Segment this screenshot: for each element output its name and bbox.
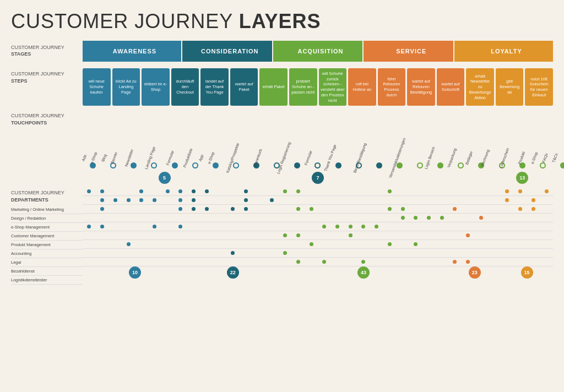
dept-name-0: Marketing / Online Marketing: [11, 205, 83, 214]
dept-cell-0-7: [174, 189, 187, 193]
tp-dot-9: [267, 162, 287, 168]
dept-cell-2-34: [527, 207, 540, 211]
stage-acquisition: ACQUISITION: [273, 41, 363, 62]
dept-dots-row-7: [83, 249, 553, 258]
stage-loyalty: LOYALTY: [454, 41, 553, 62]
steps-grid: will neue Schuhe kaufenklickt Ad zu Land…: [83, 68, 553, 106]
dept-cell-5-16: [292, 233, 305, 237]
tp-label-0: Ads: [83, 155, 89, 160]
dept-cell-3-26: [422, 216, 436, 220]
departments-label: CUSTOMER JOURNEY DEPARTMENTS Marketing /…: [11, 187, 83, 297]
dept-cell-3-24: [396, 216, 409, 220]
tp-label-26: Sprachcomputer: [561, 155, 564, 160]
dept-cell-1-34: [527, 198, 540, 202]
tp-labels-row: Adse-ShopBlogBannerNewsletterLanding Pag…: [83, 110, 564, 160]
stage-loyalty-label: LOYALTY: [485, 48, 522, 55]
dept-cell-8-16: [292, 260, 305, 264]
dept-cell-0-0: [83, 189, 96, 193]
step-card-6: erhält Paket: [259, 68, 288, 106]
dept-cell-0-23: [383, 189, 397, 193]
stage-service: SERVICE: [364, 41, 453, 62]
dept-cell-0-9: [200, 189, 213, 193]
tp-label-14: Thank You Page: [318, 155, 346, 160]
tp-label-11: Warenkorb: [250, 155, 269, 160]
tp-dot-12: [328, 162, 349, 168]
dept-cell-4-18: [318, 225, 331, 228]
tp-label-1: e-Shop: [89, 155, 102, 160]
stage-awareness: AWARENESS: [83, 41, 181, 62]
dept-cell-0-33: [514, 189, 527, 193]
dept-cell-1-5: [148, 198, 161, 202]
touchpoints-area: Adse-ShopBlogBannerNewsletterLanding Pag…: [83, 110, 564, 184]
dept-dots-row-8: [83, 258, 553, 266]
dept-cell-1-14: [265, 198, 279, 202]
dept-count-awareness: 10: [83, 266, 187, 279]
stages-label: CUSTOMER JOURNEY STAGES: [11, 45, 83, 57]
tp-label-7: Produktliste: [180, 155, 200, 160]
stages-arrows: AWARENESS CONSIDERATION ACQUISITION SERV…: [83, 41, 553, 62]
step-card-2: stöbert im e-Shop: [142, 68, 170, 106]
tp-label-22: Produkt: [517, 155, 530, 160]
step-card-9: ruft bei Hotline an: [348, 68, 376, 106]
touchpoints-section: CUSTOMER JOURNEY TOUCHPOINTS Adse-ShopBl…: [11, 110, 553, 184]
dept-cell-2-11: [226, 207, 240, 211]
dept-cell-1-12: [240, 198, 253, 202]
dept-cell-2-8: [187, 207, 200, 211]
dept-cell-8-21: [357, 260, 370, 264]
tp-label-12: Login Registrierung: [269, 155, 302, 160]
dept-cell-2-7: [174, 207, 187, 211]
dept-cell-4-1: [96, 225, 109, 228]
dept-cell-4-7: [174, 225, 187, 228]
tp-count-row: 571394: [83, 172, 564, 184]
dept-dots-row-5: [83, 231, 553, 240]
dept-dots-row-6: [83, 240, 553, 249]
dept-cell-8-28: [448, 260, 462, 264]
step-card-12: wartet auf Gutschrift: [437, 68, 465, 106]
dept-cell-8-18: [318, 260, 331, 264]
dept-count-badge-loyalty: 15: [521, 266, 533, 279]
dept-cell-4-22: [370, 225, 383, 228]
dept-cell-2-12: [240, 207, 253, 211]
dept-count-consideration: 22: [187, 266, 279, 279]
dept-cell-4-0: [83, 225, 96, 228]
dept-cell-2-17: [305, 207, 318, 211]
tp-label-3: Banner: [110, 155, 122, 160]
step-card-0: will neue Schuhe kaufen: [83, 68, 111, 106]
dept-cell-6-25: [409, 242, 422, 246]
tp-count-consideration: 7: [246, 172, 389, 184]
dept-name-2: e-Shop Management: [11, 223, 83, 232]
dept-cell-5-29: [462, 233, 475, 237]
dept-count-acquisition: 43: [279, 266, 448, 279]
dept-dots-row-1: [83, 196, 553, 205]
dept-name-7: Bezahldienst: [11, 267, 83, 276]
tp-label-19: Beileger: [464, 155, 478, 160]
dept-count-loyalty: 15: [501, 266, 553, 279]
step-card-4: landet auf der Thank You Page: [200, 68, 229, 106]
dept-name-6: Legal: [11, 258, 83, 267]
dept-cell-1-32: [501, 198, 514, 202]
tp-dot-21: [512, 162, 533, 168]
step-card-11: wartet auf Retouren Bestätigung: [407, 68, 435, 106]
tp-label-9: e-Shop: [207, 155, 219, 160]
dept-dots-row-2: [83, 205, 553, 214]
tp-label-10: Katalog/Prospekte: [219, 155, 250, 160]
dept-cell-7-15: [279, 251, 292, 255]
dept-cell-1-7: [174, 198, 187, 202]
dept-cell-0-15: [279, 189, 292, 193]
dept-count-service: 23: [448, 266, 501, 279]
tp-label-23: e-Shop: [530, 155, 543, 160]
dept-cell-4-20: [344, 225, 357, 228]
dept-count-badge-consideration: 22: [227, 266, 239, 279]
dept-count-badge-awareness: 10: [129, 266, 141, 279]
dept-cell-3-25: [409, 216, 422, 220]
tp-label-18: Verpackung: [443, 155, 464, 160]
count-badge-consideration: 7: [312, 172, 324, 184]
step-card-15: nutzt 10€ Gutschein für neuen Einkauf: [525, 68, 553, 106]
dept-cell-6-3: [122, 242, 135, 246]
dept-cell-5-20: [344, 233, 357, 237]
tp-label-15: Bestellbestätigung: [346, 155, 377, 160]
tp-label-16: Versandaktualisierungen: [378, 155, 420, 160]
dept-name-4: Produkt Management: [11, 241, 83, 249]
tp-label-17: Login Bereich: [420, 155, 443, 160]
dept-cell-0-12: [240, 189, 253, 193]
